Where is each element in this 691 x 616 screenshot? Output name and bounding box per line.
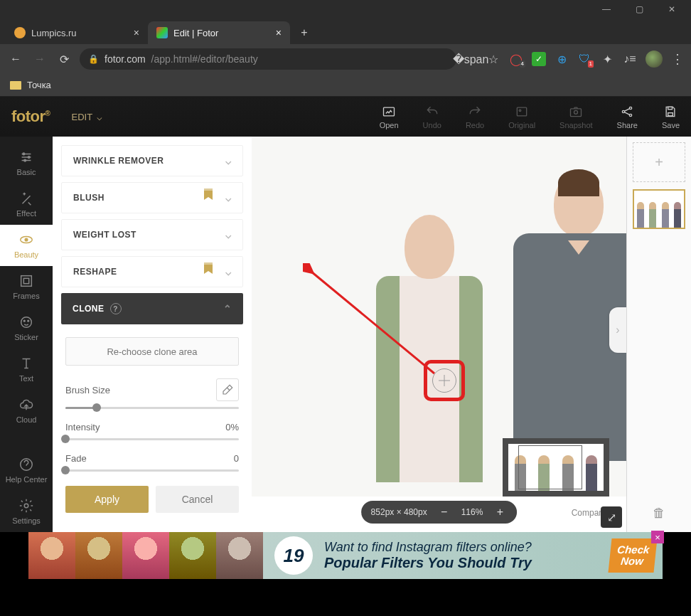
chevron-down-icon: ⌵ — [225, 192, 232, 203]
svg-point-6 — [630, 107, 632, 109]
open-button[interactable]: Open — [380, 105, 399, 129]
tool-clone[interactable]: CLONE?⌃ — [61, 293, 243, 324]
fade-value: 0 — [234, 453, 239, 464]
svg-rect-8 — [668, 112, 673, 115]
chevron-down-icon: ⌵ — [225, 266, 232, 277]
sidebar-item-help[interactable]: Help Center — [0, 450, 53, 491]
intensity-slider[interactable] — [65, 438, 239, 440]
window-titlebar: — ▢ ✕ — [0, 0, 691, 18]
eraser-button[interactable] — [216, 378, 239, 401]
chevron-down-icon: ⌵ — [225, 155, 232, 166]
star-icon[interactable]: ☆ — [486, 52, 500, 66]
new-tab-button[interactable]: + — [294, 23, 314, 43]
sidebar-item-settings[interactable]: Settings — [0, 491, 53, 532]
sidebar-item-frames[interactable]: Frames — [0, 266, 53, 307]
zoom-in-button[interactable]: + — [493, 506, 507, 519]
mode-dropdown[interactable]: EDIT⌵ — [71, 112, 102, 122]
nav-reload[interactable]: ⟳ — [55, 51, 73, 68]
window-close[interactable]: ✕ — [655, 0, 688, 18]
sidebar-item-sticker[interactable]: Sticker — [0, 307, 53, 349]
navigator-minimap[interactable] — [503, 438, 609, 496]
ext-badge: 1 — [588, 60, 594, 68]
tab-lumpics[interactable]: Lumpics.ru × — [6, 21, 148, 44]
chevron-down-icon: ⌵ — [97, 112, 102, 122]
tool-weight-lost[interactable]: WEIGHT LOST⌵ — [61, 219, 243, 250]
sidebar-item-basic[interactable]: Basic — [0, 142, 53, 184]
zoom-toolbar: 852px × 480px − 116% + — [361, 501, 518, 524]
zoom-out-button[interactable]: − — [437, 506, 451, 519]
lock-icon: 🔒 — [88, 54, 99, 64]
extensions-icon[interactable]: ✦ — [600, 52, 614, 66]
delete-thumbnail-button[interactable]: 🗑 — [653, 506, 665, 526]
sidebar-item-cloud[interactable]: Cloud — [0, 390, 53, 431]
beauty-panel: WRINKLE REMOVER⌵ BLUSH⌵ WEIGHT LOST⌵ RES… — [53, 137, 252, 532]
svg-rect-0 — [384, 107, 395, 116]
fotor-logo: fotor® — [11, 107, 50, 126]
svg-rect-15 — [21, 276, 32, 287]
translate-icon[interactable]: �span — [464, 52, 478, 66]
extension-icons: �span ☆ ◯4 ✓ ⊕ 🛡1 ✦ ♪≡ ⋮ — [464, 51, 684, 68]
apply-button[interactable]: Apply — [65, 486, 149, 513]
playlist-icon[interactable]: ♪≡ — [623, 52, 637, 66]
original-button[interactable]: Original — [508, 105, 535, 129]
profile-avatar[interactable] — [646, 51, 663, 68]
expand-button[interactable]: ⤢ — [601, 506, 622, 528]
window-minimize[interactable]: — — [590, 0, 623, 18]
add-image-button[interactable]: + — [633, 142, 685, 182]
image-dimensions: 852px × 480px — [371, 507, 427, 517]
svg-point-17 — [21, 317, 32, 328]
cancel-button[interactable]: Cancel — [156, 486, 239, 513]
tab-label: Edit | Fotor — [173, 28, 218, 38]
canvas-area[interactable]: › 852px × 480px − 116% + Compare ⤢ — [252, 137, 627, 532]
tab-fotor[interactable]: Edit | Fotor × — [148, 21, 290, 44]
snapshot-button[interactable]: Snapshot — [559, 105, 592, 129]
intensity-label: Intensity — [65, 422, 100, 432]
ad-cta-button[interactable]: CheckNow — [608, 538, 657, 573]
sidebar-item-text[interactable]: Text — [0, 349, 53, 390]
thumbnail-selected[interactable] — [633, 189, 685, 229]
rechoose-clone-button[interactable]: Re-choose clone area — [65, 337, 239, 366]
opera-ext-icon[interactable]: ◯4 — [509, 52, 523, 66]
sidebar-rail: Basic Effect Beauty Frames Sticker Text … — [0, 137, 53, 532]
ext-badge: 4 — [520, 60, 525, 68]
fade-slider[interactable] — [65, 469, 239, 472]
svg-rect-3 — [571, 108, 582, 116]
brush-size-label: Brush Size — [65, 385, 110, 395]
sidebar-item-effect[interactable]: Effect — [0, 184, 53, 225]
sidebar-item-beauty[interactable]: Beauty — [0, 225, 53, 266]
svg-point-21 — [24, 504, 28, 508]
nav-forward[interactable]: → — [31, 51, 48, 68]
save-button[interactable]: Save — [662, 105, 680, 129]
check-ext-icon[interactable]: ✓ — [532, 52, 546, 66]
clone-settings: Re-choose clone area Brush Size Intensit… — [61, 330, 243, 520]
brush-size-slider[interactable] — [65, 407, 239, 409]
window-maximize[interactable]: ▢ — [623, 0, 655, 18]
svg-point-4 — [574, 110, 578, 114]
tool-blush[interactable]: BLUSH⌵ — [61, 182, 243, 213]
bitwarden-ext-icon[interactable]: 🛡1 — [577, 52, 591, 66]
fade-label: Fade — [65, 453, 87, 464]
undo-button[interactable]: Undo — [423, 105, 441, 129]
minimap-viewport[interactable] — [518, 445, 582, 489]
thumbnails-panel: + 🗑 — [627, 137, 691, 532]
tab-close-icon[interactable]: × — [134, 27, 139, 38]
share-button[interactable]: Share — [617, 105, 638, 129]
ad-banner[interactable]: 19 Want to find Instagram filters online… — [28, 532, 663, 579]
tab-close-icon[interactable]: × — [276, 27, 282, 38]
folder-icon — [10, 81, 21, 90]
globe-ext-icon[interactable]: ⊕ — [555, 52, 569, 66]
bookmark-item[interactable]: Точка — [27, 80, 51, 90]
favicon-lumpics — [14, 27, 26, 38]
help-icon[interactable]: ? — [110, 303, 122, 314]
tool-reshape[interactable]: RESHAPE⌵ — [61, 256, 243, 287]
svg-point-10 — [23, 153, 25, 155]
browser-menu[interactable]: ⋮ — [671, 51, 684, 67]
redo-button[interactable]: Redo — [466, 105, 484, 129]
canvas-nav-right[interactable]: › — [609, 307, 626, 353]
svg-point-12 — [24, 159, 26, 161]
nav-back[interactable]: ← — [7, 51, 24, 68]
tool-wrinkle-remover[interactable]: WRINKLE REMOVER⌵ — [61, 145, 243, 176]
ad-close-button[interactable]: × — [651, 531, 664, 543]
url-input[interactable]: 🔒 fotor.com/app.html#/editor/beauty — [80, 48, 456, 70]
person-figure — [358, 215, 500, 496]
